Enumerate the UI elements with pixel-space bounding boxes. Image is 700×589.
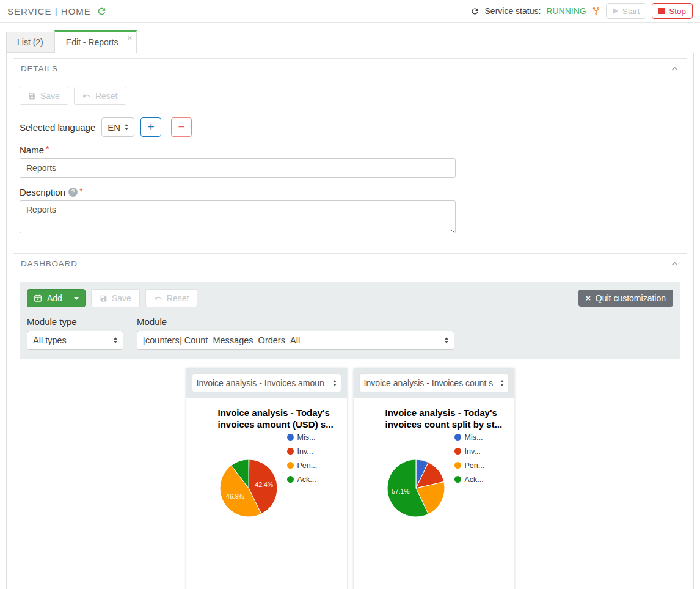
quit-customization-button[interactable]: × Quit customization [578,290,673,307]
legend-dot [287,448,294,455]
save-icon [100,294,108,302]
close-icon[interactable]: × [127,34,132,42]
dashboard-title: DASHBOARD [21,259,78,268]
stepper-icon [500,380,504,386]
legend-label: Inv... [465,447,481,456]
description-label: Description [20,187,65,197]
legend-dot [287,476,294,483]
module-select[interactable]: [counters] Count_Messages_Orders_All [137,331,454,350]
tab-list[interactable]: List (2) [6,32,54,53]
collapse-details-button[interactable] [670,64,679,73]
legend-dot [454,462,461,469]
required-marker: * [79,186,82,196]
chart-body: Invoice analysis - Today's invoices amou… [186,408,347,589]
legend-label: Pen... [465,461,485,470]
help-icon[interactable]: ? [68,188,78,197]
tab-bar: List (2) Edit - Reports × [6,30,700,53]
toolbar-buttons-row: Add Save Reset × Quit customizatio [27,289,673,307]
pie-slice-label: 42.4% [255,481,273,488]
chart-area: 42.4%46.9% Mis...Inv...Pen...Ack... [186,431,347,519]
chart-select-value: Invoice analysis - Invoices amoun [197,378,324,388]
chart-select-value: Invoice analysis - Invoices count s [364,378,494,388]
legend-label: Ack... [297,475,316,484]
legend-item: Inv... [454,447,485,456]
fork-icon[interactable] [592,6,600,16]
stepper-icon [125,124,128,130]
name-input[interactable] [20,158,456,178]
dashboard-panel: DASHBOARD Add Save [13,253,687,589]
stop-button[interactable]: Stop [652,3,693,19]
details-panel: DETAILS Save Reset Selected language EN [13,58,687,244]
chart-legend: Mis...Inv...Pen...Ack... [454,433,485,489]
caret-down-icon[interactable] [74,297,79,300]
quit-customization-label: Quit customization [596,293,666,303]
status-label: Service status: [485,6,541,16]
legend-label: Pen... [297,461,318,470]
details-save-label: Save [40,91,60,101]
legend-item: Ack... [287,475,318,484]
legend-item: Mis... [454,433,485,442]
description-textarea[interactable]: Reports [20,200,456,233]
dashboard-reset-label: Reset [167,293,189,303]
service-status-bar: Service status: RUNNING Start Stop [470,3,693,19]
start-button[interactable]: Start [606,3,647,19]
divider [68,293,68,304]
undo-icon [154,294,162,302]
charts-row: Invoice analysis - Invoices amoun Invoic… [20,368,680,589]
details-reset-label: Reset [95,91,118,101]
legend-dot [287,462,294,469]
tab-edit-reports[interactable]: Edit - Reports × [54,30,137,53]
chart-area: 57.1% Mis...Inv...Pen...Ack... [354,431,514,519]
details-panel-body: Save Reset Selected language EN + − Name… [13,79,687,244]
legend-label: Ack... [465,475,484,484]
chart-legend: Mis...Inv...Pen...Ack... [287,433,318,489]
module-type-value: All types [33,335,67,345]
language-select-value: EN [108,122,120,133]
calendar-plus-icon [34,294,42,302]
app-breadcrumb: SERVICE | HOME [7,6,107,16]
play-icon [613,8,618,14]
legend-label: Mis... [465,433,483,442]
chart-panel-count: Invoice analysis - Invoices count s Invo… [354,368,514,589]
page-title: SERVICE | HOME [7,6,91,16]
main-content: DETAILS Save Reset Selected language EN [6,53,694,589]
description-field-label: Description ? * [20,187,680,197]
name-field-label: Name * [20,145,680,155]
module-type-select[interactable]: All types [27,331,123,350]
pie-slice-label: 46.9% [226,492,244,500]
refresh-icon[interactable] [97,6,107,16]
name-label: Name [20,145,44,155]
tab-list-label: List (2) [17,37,43,47]
add-module-button[interactable]: Add [27,289,86,307]
stepper-icon [445,337,448,343]
pie-chart: 42.4%46.9% [218,458,279,519]
collapse-dashboard-button[interactable] [670,259,679,268]
dashboard-save-button[interactable]: Save [91,289,140,307]
remove-language-button[interactable]: − [171,117,192,137]
legend-item: Pen... [287,461,318,470]
module-type-label: Module type [27,316,137,327]
add-language-button[interactable]: + [140,117,161,137]
module-value: [counters] Count_Messages_Orders_All [143,335,300,345]
add-button-label: Add [47,293,62,303]
chevron-up-icon [670,64,679,73]
chart-module-select[interactable]: Invoice analysis - Invoices amoun [192,373,341,392]
status-value: RUNNING [546,6,586,16]
chart-module-select[interactable]: Invoice analysis - Invoices count s [359,373,509,392]
details-title: DETAILS [21,64,58,73]
undo-icon [82,92,91,100]
status-refresh-icon[interactable] [470,7,479,16]
details-reset-button[interactable]: Reset [74,87,126,105]
details-actions: Save Reset [20,87,680,105]
dashboard-panel-body: Add Save Reset × Quit customizatio [13,274,687,589]
legend-dot [454,434,461,441]
details-save-button[interactable]: Save [20,87,68,105]
details-panel-header: DETAILS [13,59,687,79]
dashboard-reset-button[interactable]: Reset [145,289,198,307]
legend-dot [454,476,461,483]
pie-slice-label: 57.1% [391,488,409,495]
chart-panel-header: Invoice analysis - Invoices amoun [186,368,347,398]
language-select[interactable]: EN [101,117,134,137]
dashboard-toolbar: Add Save Reset × Quit customizatio [20,282,680,359]
legend-label: Mis... [297,433,316,442]
